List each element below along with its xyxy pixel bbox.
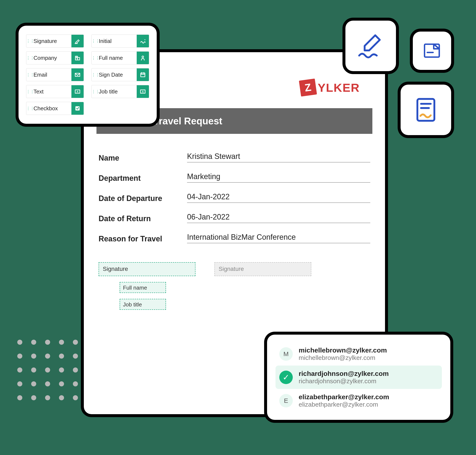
email-icon	[71, 68, 84, 81]
brand-badge: Z	[299, 79, 317, 97]
recipient-email: michellebrown@zylker.com	[299, 354, 387, 361]
avatar-initial: M	[279, 347, 293, 361]
form-row: Department Marketing	[96, 171, 372, 183]
field-type-label: Sign Date	[98, 72, 137, 78]
field-type-label: Full name	[98, 55, 137, 61]
signed-doc-icon	[411, 95, 441, 125]
placeholder-fullname-signer1[interactable]: Full name	[120, 282, 166, 293]
field-type-signature[interactable]: Signature	[26, 34, 84, 48]
field-type-person[interactable]: Full name	[92, 51, 149, 65]
field-type-label: Company	[32, 55, 71, 61]
field-type-initial[interactable]: Initial	[92, 34, 149, 48]
recipient-row[interactable]: Mmichellebrown@zylker.commichellebrown@z…	[276, 342, 442, 366]
recipient-name: elizabethparker@zylker.com	[299, 393, 389, 401]
recipient-name: richardjohnson@zylker.com	[299, 370, 389, 378]
field-type-label: Email	[32, 72, 71, 78]
field-value-name[interactable]: Kristina Stewart	[187, 151, 370, 162]
field-value-department[interactable]: Marketing	[187, 171, 370, 183]
field-type-textbox[interactable]: Job titleA	[92, 85, 149, 98]
svg-text:A: A	[142, 90, 144, 93]
field-label-departure: Date of Departure	[99, 194, 187, 203]
recipient-row[interactable]: Eelizabethparker@zylker.comelizabethpark…	[276, 389, 442, 412]
field-type-label: Text	[32, 88, 71, 95]
form-row: Reason for Travel International BizMar C…	[96, 231, 372, 243]
signature-icon	[71, 35, 84, 47]
field-type-label: Initial	[98, 38, 137, 44]
field-type-company[interactable]: Company	[26, 51, 84, 65]
drag-handle-icon[interactable]	[26, 39, 32, 43]
recipient-name: michellebrown@zylker.com	[299, 346, 387, 354]
field-type-label: Job title	[98, 88, 137, 95]
drag-handle-icon[interactable]	[92, 56, 98, 60]
sign-icon	[356, 31, 386, 61]
textbox-icon: A	[71, 85, 84, 98]
person-icon	[137, 52, 149, 64]
form-row: Date of Departure 04-Jan-2022	[96, 191, 372, 203]
company-icon	[71, 52, 84, 64]
recipient-email: elizabethparker@zylker.com	[299, 401, 389, 408]
placeholder-signature-signer1[interactable]: Signature	[99, 262, 195, 276]
recipient-row[interactable]: ✓richardjohnson@zylker.comrichardjohnson…	[276, 366, 442, 389]
avatar-initial: E	[279, 394, 293, 407]
svg-text:A: A	[77, 90, 79, 93]
field-type-checkbox[interactable]: Checkbox	[26, 102, 84, 115]
send-doc-icon	[420, 39, 443, 62]
form-row: Name Kristina Stewart	[96, 151, 372, 162]
initial-icon	[137, 35, 149, 47]
field-label-name: Name	[99, 154, 187, 162]
recipient-email: richardjohnson@zylker.com	[299, 378, 389, 385]
field-palette: SignatureInitialCompanyFull nameEmailSig…	[18, 26, 157, 124]
field-label-department: Department	[99, 174, 187, 183]
drag-handle-icon[interactable]	[92, 39, 98, 43]
field-label-reason: Reason for Travel	[99, 235, 187, 243]
placeholder-signature-signer2[interactable]: Signature	[214, 262, 311, 276]
calendar-icon	[137, 68, 149, 81]
svg-point-6	[142, 56, 144, 58]
drag-handle-icon[interactable]	[26, 106, 32, 111]
drag-handle-icon[interactable]	[92, 89, 98, 94]
textbox-icon: A	[137, 85, 149, 98]
field-label-return: Date of Return	[99, 214, 187, 223]
drag-handle-icon[interactable]	[26, 89, 32, 94]
svg-rect-8	[141, 73, 145, 77]
form-row: Date of Return 06-Jan-2022	[96, 211, 372, 223]
feature-card-signed-doc	[401, 85, 451, 135]
recipient-picker: Mmichellebrown@zylker.commichellebrown@z…	[267, 335, 450, 420]
field-type-textbox[interactable]: TextA	[26, 85, 84, 98]
feature-card-send	[413, 32, 451, 70]
drag-handle-icon[interactable]	[26, 72, 32, 77]
placeholder-jobtitle-signer1[interactable]: Job title	[120, 299, 166, 310]
drag-handle-icon[interactable]	[26, 56, 32, 60]
drag-handle-icon[interactable]	[92, 72, 98, 77]
checkbox-icon	[71, 102, 84, 115]
feature-card-sign	[345, 21, 396, 71]
field-type-label: Signature	[32, 38, 71, 44]
svg-rect-3	[77, 57, 80, 60]
check-icon: ✓	[279, 371, 293, 384]
brand-text: YLKER	[317, 81, 360, 95]
field-value-departure[interactable]: 04-Jan-2022	[187, 191, 370, 203]
field-value-reason[interactable]: International BizMar Conference	[187, 231, 370, 243]
field-value-return[interactable]: 06-Jan-2022	[187, 211, 370, 223]
field-type-email[interactable]: Email	[26, 68, 84, 81]
svg-rect-16	[75, 106, 80, 111]
field-type-calendar[interactable]: Sign Date	[92, 68, 149, 81]
svg-point-1	[144, 39, 145, 40]
field-type-label: Checkbox	[32, 105, 71, 112]
